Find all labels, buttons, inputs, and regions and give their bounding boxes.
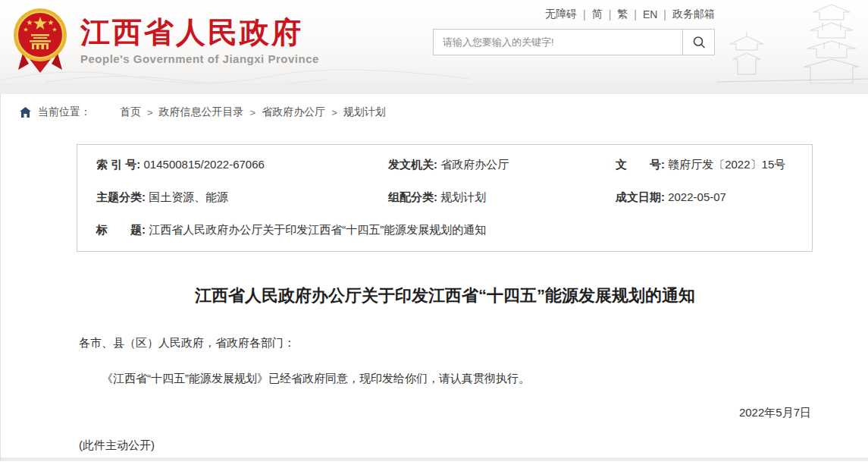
meta-group-class: 组配分类: 规划计划 bbox=[369, 181, 597, 214]
link-english[interactable]: EN bbox=[643, 8, 657, 20]
document-meta-table: 索 引 号: 014500815/2022-67066 发文机关: 省政府办公厅… bbox=[77, 144, 813, 252]
meta-issuing-org-value: 省政府办公厅 bbox=[440, 158, 509, 171]
topbar-separator: | bbox=[583, 8, 586, 20]
topbar-separator: | bbox=[663, 8, 666, 20]
document-body: 各市、县（区）人民政府，省政府各部门： 《江西省“十四五”能源发展规划》已经省政… bbox=[79, 335, 811, 465]
meta-issuing-org: 发文机关: 省政府办公厅 bbox=[369, 149, 597, 181]
breadcrumb-separator: > bbox=[250, 107, 256, 118]
meta-doc-no-label: 文 号: bbox=[616, 158, 665, 171]
meta-group-class-value: 规划计划 bbox=[440, 190, 486, 203]
link-traditional-chinese[interactable]: 繁 bbox=[617, 8, 628, 21]
meta-topic-class: 主题分类: 国土资源、能源 bbox=[77, 181, 369, 214]
pavilion-sketch-art bbox=[716, 0, 868, 83]
search-input[interactable] bbox=[434, 30, 682, 55]
document-paragraph: 《江西省“十四五”能源发展规划》已经省政府同意，现印发给你们，请认真贯彻执行。 bbox=[79, 369, 811, 388]
breadcrumb-item-home[interactable]: 首页 bbox=[120, 105, 141, 119]
meta-written-date-value: 2022-05-07 bbox=[668, 190, 726, 203]
breadcrumb-item-plans[interactable]: 规划计划 bbox=[343, 105, 386, 119]
document-date: 2022年5月7日 bbox=[79, 404, 811, 422]
link-accessibility[interactable]: 无障碍 bbox=[545, 8, 577, 21]
site-logo[interactable]: 江西省人民政府 People's Government of Jiangxi P… bbox=[11, 6, 319, 76]
breadcrumb: 当前位置： 首页 > 政府信息公开目录 > 省政府办公厅 > 规划计划 bbox=[1, 94, 868, 119]
search-icon bbox=[691, 35, 707, 50]
search-bar bbox=[433, 29, 715, 55]
header-divider bbox=[0, 83, 868, 94]
meta-title-label: 标 题: bbox=[96, 223, 146, 236]
breadcrumb-item-general-office[interactable]: 省政府办公厅 bbox=[262, 105, 325, 119]
site-header: 江西省人民政府 People's Government of Jiangxi P… bbox=[0, 0, 868, 83]
meta-doc-no-value: 赣府厅发〔2022〕15号 bbox=[668, 158, 785, 171]
site-subtitle: People's Government of Jiangxi Province bbox=[80, 52, 319, 65]
topbar-separator: | bbox=[634, 8, 637, 20]
breadcrumb-separator: > bbox=[331, 107, 337, 118]
home-icon bbox=[20, 107, 31, 118]
topbar-links: 无障碍 | 简 | 繁 | EN | 政务邮箱 bbox=[545, 8, 715, 21]
meta-group-class-label: 组配分类: bbox=[388, 190, 437, 203]
meta-index-no: 索 引 号: 014500815/2022-67066 bbox=[77, 149, 369, 181]
link-simplified-chinese[interactable]: 简 bbox=[592, 8, 603, 21]
link-gov-mailbox[interactable]: 政务邮箱 bbox=[672, 8, 715, 21]
main-content: 当前位置： 首页 > 政府信息公开目录 > 省政府办公厅 > 规划计划 索 引 … bbox=[0, 94, 868, 461]
breadcrumb-label: 当前位置： bbox=[38, 105, 91, 119]
meta-doc-no: 文 号: 赣府厅发〔2022〕15号 bbox=[597, 149, 813, 181]
topbar-separator: | bbox=[609, 8, 612, 20]
breadcrumb-item-info-directory[interactable]: 政府信息公开目录 bbox=[159, 105, 244, 119]
document-disclosure-note: (此件主动公开) bbox=[79, 437, 811, 454]
meta-index-no-value: 014500815/2022-67066 bbox=[144, 158, 265, 171]
bottom-divider bbox=[1, 457, 868, 461]
meta-title: 标 题: 江西省人民政府办公厅关于印发江西省“十四五”能源发展规划的通知 bbox=[77, 214, 813, 247]
brand-text: 江西省人民政府 People's Government of Jiangxi P… bbox=[80, 17, 319, 65]
meta-issuing-org-label: 发文机关: bbox=[388, 158, 437, 171]
breadcrumb-separator: > bbox=[147, 107, 153, 118]
meta-written-date: 成文日期: 2022-05-07 bbox=[597, 181, 813, 214]
meta-title-value: 江西省人民政府办公厅关于印发江西省“十四五”能源发展规划的通知 bbox=[149, 223, 486, 236]
site-title: 江西省人民政府 bbox=[80, 17, 319, 49]
meta-topic-class-value: 国土资源、能源 bbox=[149, 190, 228, 203]
document-title: 江西省人民政府办公厅关于印发江西省“十四五”能源发展规划的通知 bbox=[79, 285, 811, 307]
document-salutation: 各市、县（区）人民政府，省政府各部门： bbox=[79, 335, 811, 352]
national-emblem-icon bbox=[11, 6, 70, 76]
meta-index-no-label: 索 引 号: bbox=[96, 158, 140, 171]
search-button[interactable] bbox=[682, 30, 714, 55]
meta-topic-class-label: 主题分类: bbox=[96, 190, 146, 203]
meta-written-date-label: 成文日期: bbox=[616, 190, 665, 203]
